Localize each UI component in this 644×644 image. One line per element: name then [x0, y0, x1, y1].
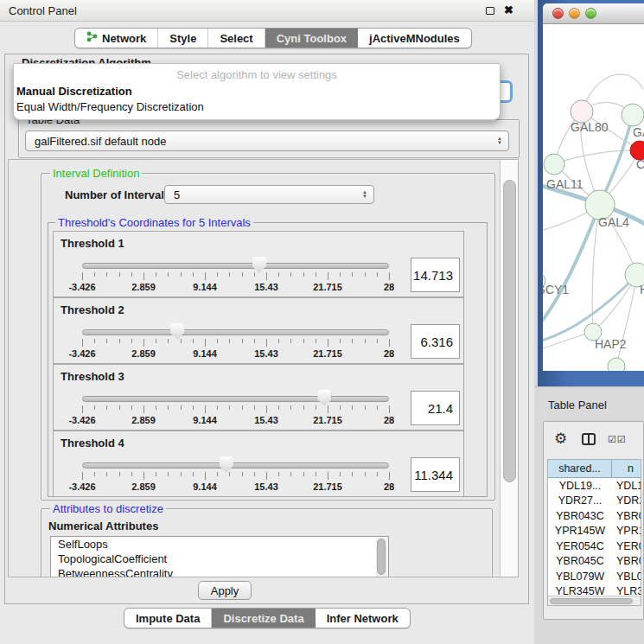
- close-traffic-light-icon[interactable]: [552, 8, 564, 19]
- table-row[interactable]: YER054CYER0: [548, 539, 641, 554]
- threshold-value-field[interactable]: 14.713: [411, 258, 460, 292]
- tick-mark: [303, 272, 304, 277]
- interval-definition-group: Interval Definition Number of Intervals …: [41, 173, 495, 501]
- tick-mark: [340, 405, 341, 410]
- float-window-icon[interactable]: [486, 7, 494, 15]
- tick-mark: [156, 339, 156, 343]
- table-row[interactable]: YDL19...YDL1: [548, 478, 641, 494]
- tick-mark: [205, 339, 206, 347]
- number-of-intervals-label: Number of Intervals: [65, 188, 170, 201]
- table-row[interactable]: YBL079WYBL0: [548, 569, 641, 584]
- slider-track[interactable]: [82, 462, 389, 469]
- cell-name: YDR2: [612, 494, 641, 509]
- table-panel: ⚙ ☑☑ shared... n YDL19...YDL1YDR27...YDR…: [543, 421, 644, 620]
- tick-mark: [352, 339, 353, 343]
- attribute-list-item[interactable]: BetweennessCentrality: [51, 566, 388, 577]
- tick-mark: [377, 472, 378, 476]
- tick-mark: [242, 472, 243, 476]
- attribute-list-item[interactable]: TopologicalCoefficient: [51, 552, 388, 566]
- table-horizontal-scrollbar[interactable]: [548, 596, 641, 605]
- tab-discretize-data[interactable]: Discretize Data: [211, 609, 315, 628]
- slider-thumb[interactable]: [220, 456, 233, 473]
- slider-thumb[interactable]: [317, 390, 331, 406]
- apply-button[interactable]: Apply: [198, 581, 252, 600]
- screen: Control Panel ✖ NetworkStyleSelectCyni T…: [0, 0, 644, 644]
- network-view-canvas[interactable]: GAL80GACGAL11GAL4GCY1HHAP2: [543, 24, 644, 371]
- tick-label: -3.426: [54, 415, 110, 425]
- scrollbar-thumb[interactable]: [503, 180, 516, 482]
- tick-mark: [131, 339, 132, 343]
- table-row[interactable]: YPR145WYPR1: [548, 524, 641, 539]
- tab-jactivemnodules[interactable]: jActiveMNodules: [358, 29, 471, 48]
- tick-label: 28: [361, 481, 417, 492]
- gear-icon[interactable]: ⚙: [554, 430, 567, 448]
- thresholds-group-title: Threshold's Coordinates for 5 Intervals: [55, 216, 253, 229]
- threshold-value-field[interactable]: 21.4: [411, 391, 460, 425]
- tick-mark: [290, 272, 291, 277]
- threshold-panel-4: Threshold 4-3.4262.8599.14415.4321.71528…: [53, 430, 464, 497]
- tick-mark: [278, 472, 279, 476]
- algorithm-option-manual[interactable]: Manual Discretization: [16, 85, 132, 98]
- slider-track[interactable]: [82, 396, 389, 402]
- algorithm-dropdown-hint: Select algorithm to view settings: [14, 68, 500, 81]
- tick-mark: [168, 272, 169, 277]
- tick-mark: [365, 405, 366, 410]
- columns-layout-icon[interactable]: [582, 433, 596, 445]
- attributes-list-scrollbar[interactable]: [376, 538, 387, 577]
- table-row[interactable]: YDR27...YDR2: [548, 494, 641, 509]
- table-rows: YDL19...YDL1YDR27...YDR2YBR043CYBR0YPR14…: [548, 478, 641, 606]
- slider-track[interactable]: [82, 329, 389, 335]
- select-columns-icon[interactable]: ☑☑: [608, 434, 627, 445]
- slider-thumb[interactable]: [252, 257, 266, 273]
- tick-mark: [365, 472, 366, 476]
- network-node-label: GCY1: [543, 283, 569, 296]
- table-row[interactable]: YBR045CYBR0: [548, 554, 641, 570]
- tab-select[interactable]: Select: [207, 29, 264, 48]
- threshold-value-field[interactable]: 6.316: [411, 324, 460, 359]
- algorithm-option-equal-width[interactable]: Equal Width/Frequency Discretization: [16, 100, 204, 113]
- network-edge: [616, 275, 637, 367]
- table-row[interactable]: YBR043CYBR0: [548, 508, 641, 524]
- tick-label: 2.859: [116, 282, 171, 292]
- numerical-attributes-list[interactable]: SelfLoopsTopologicalCoefficientBetweenne…: [50, 536, 389, 577]
- tick-label: 9.144: [177, 282, 233, 292]
- column-header-name[interactable]: n: [612, 460, 641, 478]
- close-icon[interactable]: ✖: [504, 3, 513, 16]
- table-data-combobox[interactable]: galFiltered.sif default node ▲▼: [25, 131, 509, 151]
- algorithm-dropdown-popup: Select algorithm to view settings Manual…: [13, 63, 501, 120]
- threshold-value-field[interactable]: 11.344: [411, 457, 460, 492]
- settings-vertical-scrollbar[interactable]: [500, 160, 518, 577]
- attribute-list-item[interactable]: SelfLoops: [51, 537, 388, 552]
- tick-mark: [82, 472, 83, 480]
- tick-mark: [266, 472, 267, 480]
- tab-label: Impute Data: [136, 612, 200, 625]
- threshold-panel-3: Threshold 3-3.4262.8599.14415.4321.71528…: [53, 364, 464, 430]
- scrollbar-thumb[interactable]: [550, 598, 633, 604]
- tab-infer-network[interactable]: Infer Network: [316, 609, 410, 628]
- tab-impute-data[interactable]: Impute Data: [124, 609, 211, 628]
- tick-mark: [168, 339, 169, 343]
- slider-track[interactable]: [82, 263, 389, 269]
- zoom-traffic-light-icon[interactable]: [585, 8, 596, 19]
- scrollbar-thumb[interactable]: [377, 539, 386, 575]
- network-edge: [554, 150, 640, 164]
- minimize-traffic-light-icon[interactable]: [569, 8, 580, 19]
- tab-cyni-toolbox[interactable]: Cyni Toolbox: [265, 29, 358, 48]
- tick-mark: [377, 339, 378, 343]
- table-panel-titlebar: Table Panel: [534, 386, 644, 421]
- tick-mark: [193, 339, 194, 343]
- number-of-intervals-combobox[interactable]: 5 ▲▼: [164, 185, 374, 204]
- tick-mark: [328, 472, 328, 480]
- tick-mark: [106, 472, 107, 476]
- tick-mark: [352, 405, 353, 410]
- tick-mark: [82, 405, 83, 413]
- tab-network[interactable]: Network: [75, 29, 157, 48]
- column-header-shared-name[interactable]: shared...: [548, 460, 612, 478]
- network-node-label: GAL4: [598, 215, 629, 229]
- slider-thumb[interactable]: [170, 323, 184, 340]
- tab-style[interactable]: Style: [157, 29, 207, 48]
- tick-mark: [193, 472, 194, 476]
- tick-mark: [290, 339, 291, 343]
- node-attribute-table[interactable]: shared... n YDL19...YDL1YDR27...YDR2YBR0…: [547, 459, 641, 606]
- tick-mark: [119, 405, 120, 410]
